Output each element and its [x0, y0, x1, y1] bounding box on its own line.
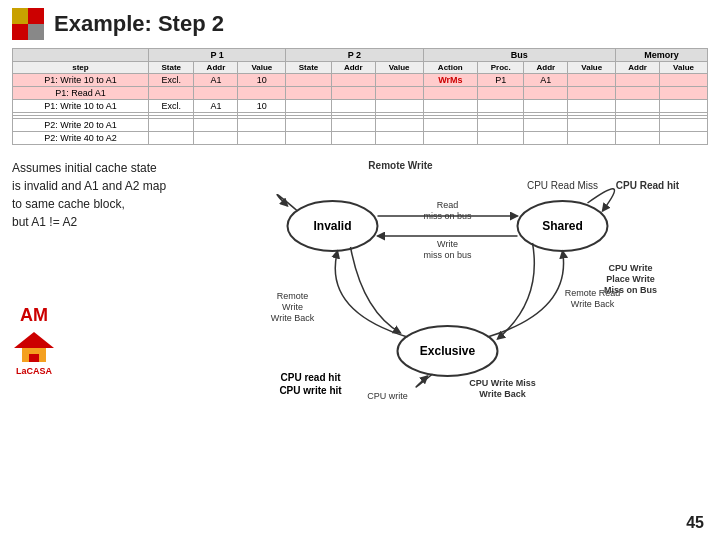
- table-cell: [375, 119, 423, 132]
- table-cell: [331, 119, 375, 132]
- col-p1: P 1: [148, 49, 285, 62]
- table-cell: 10: [238, 74, 286, 87]
- table-cell: [238, 132, 286, 145]
- remote-read-wb-label2: Write Back: [571, 299, 615, 309]
- remote-write-label: Remote Write: [368, 160, 433, 171]
- table-cell: [568, 87, 616, 100]
- exclusive-label: Exclusive: [420, 344, 476, 358]
- table-area: P 1 P 2 Bus Memory step State Addr Value…: [0, 48, 720, 145]
- table-row: P1: Write 10 to A1Excl.A110: [13, 100, 708, 113]
- page-title: Example: Step 2: [54, 11, 224, 37]
- table-cell: [478, 87, 524, 100]
- svg-marker-0: [14, 332, 54, 348]
- table-cell: [286, 119, 332, 132]
- col-step: [13, 49, 149, 62]
- col-p2: P 2: [286, 49, 423, 62]
- table-cell: P1: Write 10 to A1: [13, 100, 149, 113]
- sub-p1-state: State: [148, 62, 194, 74]
- cpu-write-hit-bottom-label: CPU write hit: [279, 385, 342, 396]
- table-cell: [423, 132, 478, 145]
- table-cell: [660, 119, 708, 132]
- exclusive-self-loop: [416, 374, 432, 387]
- logo-tr: [28, 8, 44, 24]
- table-cell: P1: Read A1: [13, 87, 149, 100]
- table-cell: [286, 74, 332, 87]
- state-diagram: Invalid Shared Exclusive Remote Write CP…: [217, 151, 708, 406]
- read-miss-bus-label2: miss on bus: [423, 211, 472, 221]
- table-cell: [331, 87, 375, 100]
- sub-p1-value: Value: [238, 62, 286, 74]
- logo-br: [28, 24, 44, 40]
- cpu-write-miss-wb-label: CPU Write Miss: [469, 378, 535, 388]
- table-cell: [148, 132, 194, 145]
- table-cell: [660, 100, 708, 113]
- read-miss-bus-label: Read: [437, 200, 459, 210]
- write-miss-bus-label: Write: [437, 239, 458, 249]
- sub-bus-addr: Addr: [524, 62, 568, 74]
- table-cell: A1: [524, 74, 568, 87]
- sub-bus-proc: Proc.: [478, 62, 524, 74]
- sub-p2-state: State: [286, 62, 332, 74]
- table-cell: [375, 87, 423, 100]
- table-cell: [194, 87, 238, 100]
- table-cell: [423, 87, 478, 100]
- remote-write-wb-label2: Write: [282, 302, 303, 312]
- table-cell: [616, 119, 660, 132]
- sub-mem-addr: Addr: [616, 62, 660, 74]
- table-cell: [423, 100, 478, 113]
- table-cell: [616, 132, 660, 145]
- sub-p1-addr: Addr: [194, 62, 238, 74]
- table-row: P2: Write 40 to A2: [13, 132, 708, 145]
- table-cell: [524, 119, 568, 132]
- table-cell: [286, 87, 332, 100]
- table-cell: [375, 74, 423, 87]
- sub-bus-action: Action: [423, 62, 478, 74]
- cpu-write-miss-wb-label2: Write Back: [479, 389, 526, 399]
- table-cell: [478, 100, 524, 113]
- cpu-read-hit-bottom-label: CPU read hit: [280, 372, 341, 383]
- col-memory: Memory: [616, 49, 708, 62]
- table-cell: [568, 100, 616, 113]
- logo: [12, 8, 44, 40]
- am-area: AM LaCASA: [12, 305, 56, 376]
- cache-table: P 1 P 2 Bus Memory step State Addr Value…: [12, 48, 708, 145]
- table-cell: A1: [194, 74, 238, 87]
- table-cell: [331, 74, 375, 87]
- table-row: P1: Read A1: [13, 87, 708, 100]
- exclusive-to-shared-arrow: [488, 251, 564, 337]
- logo-tl: [12, 8, 28, 24]
- table-cell: [616, 74, 660, 87]
- table-cell: [423, 119, 478, 132]
- exclusive-to-invalid-arrow: [335, 251, 407, 337]
- table-cell: [375, 132, 423, 145]
- table-cell: [238, 119, 286, 132]
- table-cell: [568, 74, 616, 87]
- table-cell: Excl.: [148, 100, 194, 113]
- table-cell: [375, 100, 423, 113]
- diagram-area: Invalid Shared Exclusive Remote Write CP…: [217, 151, 708, 406]
- table-cell: [478, 119, 524, 132]
- cpu-write-place-label: CPU Write: [609, 263, 653, 273]
- sub-bus-value: Value: [568, 62, 616, 74]
- table-cell: P2: Write 20 to A1: [13, 119, 149, 132]
- shared-label: Shared: [542, 219, 583, 233]
- write-miss-bus-label2: miss on bus: [423, 250, 472, 260]
- remote-write-wb-label: Remote: [277, 291, 309, 301]
- invalid-to-exclusive-arrow: [351, 247, 401, 333]
- invalid-label: Invalid: [313, 219, 351, 233]
- page-number: 45: [686, 514, 704, 532]
- table-cell: [478, 132, 524, 145]
- table-cell: 10: [238, 100, 286, 113]
- table-cell: [286, 132, 332, 145]
- table-cell: [524, 87, 568, 100]
- cpu-write-place-label3: Miss on Bus: [604, 285, 657, 295]
- table-cell: [286, 100, 332, 113]
- table-cell: [238, 87, 286, 100]
- table-cell: [194, 132, 238, 145]
- table-cell: WrMs: [423, 74, 478, 87]
- sub-p2-value: Value: [375, 62, 423, 74]
- table-cell: [660, 87, 708, 100]
- table-cell: [524, 132, 568, 145]
- desc-line3: to same cache block,: [12, 195, 187, 213]
- cpu-write-place-label2: Place Write: [606, 274, 654, 284]
